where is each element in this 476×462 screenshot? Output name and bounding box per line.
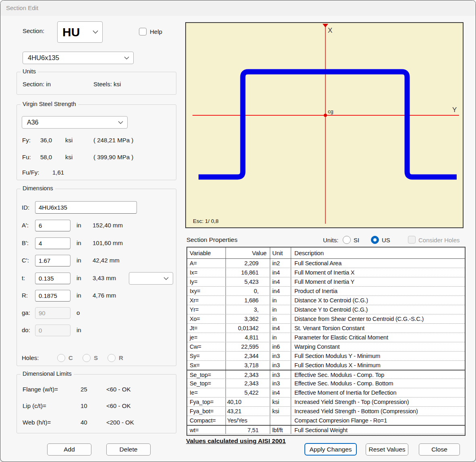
column-header-unit: Unit [270,248,291,258]
dimensions-group: Dimensions ID: A': in 152,40 mm B': in 1… [17,189,176,366]
t-metric: 3,43 mm [93,275,116,281]
steel-grade-value: A36 [27,119,38,126]
ga-input [35,307,70,319]
table-row: Xr=1,686inDistance X to Centroid (C.G.) [187,296,465,305]
column-header-variable: Variable [187,248,226,258]
fu-metric: ( 399,90 MPa ) [93,154,133,160]
variable-cell: Ix= [187,268,226,277]
do-unit: in [77,327,81,333]
b-input[interactable] [35,237,70,249]
fy-label: Fy: [22,137,31,144]
variable-cell: A= [187,259,226,268]
dimensional-limits-title: Dimensional Limits [21,370,74,377]
section-drawing-canvas: X Y cg Esc: 1/ 0,8 [185,22,464,228]
fufy-value: 1,61 [52,169,64,176]
units-si-radio[interactable] [343,236,351,244]
steel-grade-combobox[interactable]: A36 [22,116,128,129]
holes-radio-c-label: C [68,354,73,361]
consider-holes-label: Consider Holes [418,237,460,243]
description-cell: Full Section Modulus Y - Minimum [291,352,465,360]
description-cell: Full Sectional Area [291,259,465,268]
table-row: Fya_top=40,10ksiIncreased Yield Strength… [187,397,465,407]
holes-radio-c[interactable] [57,354,65,362]
fu-unit: ksi [65,154,72,160]
help-checkbox[interactable] [139,28,147,35]
description-cell: Full Moment of Inertia X [291,268,465,277]
chevron-down-icon [124,56,129,60]
r-input[interactable] [35,290,70,302]
close-button[interactable]: Close [419,443,460,456]
holes-radio-r[interactable] [108,354,116,362]
chevron-down-icon [118,121,123,124]
section-name-combobox[interactable]: 4HU6x135 [23,52,134,64]
unit-cell: in [270,305,291,314]
description-cell: Increased Yield Strength - Top (Compress… [291,397,465,406]
variable-cell: Xr= [187,296,226,305]
table-row: Compact=Yes/YesCompact Compresion Flange… [187,416,465,425]
table-row: Sx=3,718in3Full Section Modulus X - Mini… [187,361,465,370]
window-title: Section Edit [6,4,38,11]
section-type-combobox[interactable]: HU [57,21,103,43]
limit-row-label: Flange (w/t)= [23,386,58,393]
do-label: do: [22,327,30,333]
variable-cell: Fya_bot= [187,407,226,416]
unit-cell: in2 [270,259,291,268]
c-label: C': [22,257,29,264]
c-input[interactable] [35,255,70,266]
section-units-text: Section: in [23,81,51,87]
description-cell: Effective Sec. Modulus - Comp. Bottom [291,379,465,388]
holes-radio-s[interactable] [83,354,91,362]
apply-changes-button[interactable]: Apply Changes [304,443,357,456]
description-cell: St. Venant Torsion Constant [291,324,465,333]
limit-row-value: 40 [81,419,87,426]
x-axis-arrow-icon [323,24,328,27]
variable-cell: je= [187,333,226,342]
value-cell: 0,01342 [226,324,270,333]
units-us-radio[interactable] [371,236,379,244]
id-input[interactable] [35,201,137,214]
description-cell: Full Sectional Weight [291,426,465,434]
c-metric: 42,42 mm [93,257,120,264]
value-cell: 43,21 [226,407,270,416]
centroid-marker [324,114,327,117]
section-label: Section: [23,27,44,34]
unit-cell [270,416,291,425]
table-row: Ixy=0,in4Product of Inertia [187,287,465,296]
x-axis-label: X [328,27,332,34]
table-row: je=4,811inParameter for Elastic Critical… [187,333,465,342]
delete-button[interactable]: Delete [106,443,151,456]
t-input[interactable] [35,273,70,284]
unit-cell: in6 [270,342,291,351]
steel-strength-title: Virgin Steel Strength [21,101,78,107]
consider-holes-checkbox[interactable] [408,236,416,243]
chevron-down-icon [163,277,169,280]
reset-values-button[interactable]: Reset Values [366,443,408,456]
properties-table-body: A=2,209in2Full Sectional AreaIx=16,861in… [187,259,465,434]
a-input[interactable] [35,220,70,231]
table-row: Xo=3,362inDistance from Shear Center to … [187,314,465,324]
unit-cell: in4 [270,388,291,397]
section-edit-dialog: Section Edit Section: HU Help 4HU6x135 U… [0,0,476,462]
holes-radio-s-label: S [94,354,98,361]
unit-cell: in [270,296,291,305]
a-unit: in [77,222,81,229]
description-cell: Distance X to Centroid (C.G.) [291,296,465,305]
c-unit: in [77,257,81,264]
variable-cell: Xo= [187,314,226,323]
table-row: Iy=5,423in4Full Moment of Inertia Y [187,277,465,287]
unit-cell: in3 [270,352,291,360]
do-input [35,325,70,336]
t-unit: in [77,275,81,281]
variable-cell: Yr= [187,305,226,314]
thickness-gauge-combobox[interactable] [129,272,173,285]
unit-cell: ksi [270,407,291,416]
add-button[interactable]: Add [47,443,91,456]
limit-row-status: <200 - OK [106,419,134,426]
title-bar: Section Edit [0,0,476,16]
value-cell: 40,10 [226,397,270,406]
units-group: Units Section: in Steels: ksi [17,72,176,95]
fufy-label: Fu/Fy: [22,169,39,176]
variable-cell: Se_top= [187,370,226,379]
unit-cell: in4 [270,324,291,333]
value-cell: 5,422 [226,388,270,397]
